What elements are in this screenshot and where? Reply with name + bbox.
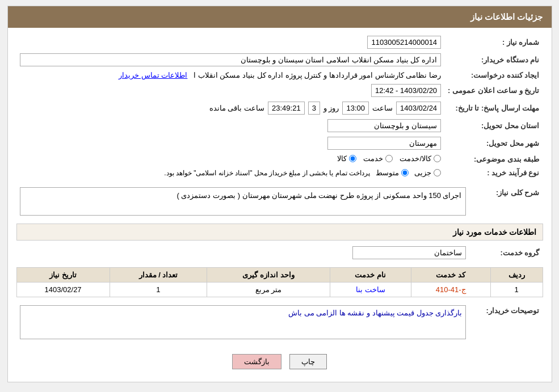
time-label: ساعت (372, 104, 393, 112)
response-deadline-value: 1403/02/24 ساعت 13:00 روز و 3 23:49:21 س… (16, 99, 445, 117)
announce-date-box: 1403/02/20 - 12:42 (371, 84, 441, 97)
creator-label: ایجاد کننده درخواست: (444, 69, 543, 82)
province-row: استان محل تحویل: سیستان و بلوچستان (16, 117, 543, 134)
table-header-row: ردیف کد خدمت نام خدمت واحد اندازه گیری ت… (16, 268, 543, 283)
notes-table: توصیحات خریدار: بارگذاری جدول قیمت پیشنه… (16, 303, 543, 342)
service-group-box: ساختمان (352, 246, 466, 259)
response-time-box: 13:00 (342, 102, 369, 115)
buyer-org-box: اداره کل بنیاد مسکن انقلاب اسلامی استان … (20, 53, 442, 66)
table-body: 1 ج-41-410 ساخت بنا متر مربع 1 1403/02/2… (16, 283, 543, 297)
days-label: روز و (323, 104, 339, 112)
page-header: جزئیات اطلاعات نیاز (8, 6, 552, 28)
city-value: مهرستان (16, 134, 445, 152)
creator-value: رضا نظامی کارشناس امور قراردادها و کنترل… (16, 69, 445, 82)
notes-box: بارگذاری جدول قیمت پیشنهاد و نقشه ها الز… (20, 305, 466, 339)
button-row: چاپ بازگشت (16, 347, 543, 376)
creator-contact-link[interactable]: اطلاعات تماس خریدار (119, 71, 187, 79)
cell-service-name[interactable]: ساخت بنا (330, 283, 411, 297)
city-box: مهرستان (327, 137, 441, 150)
description-label: شرح کلی نیاز: (469, 185, 543, 218)
buyer-org-value: اداره کل بنیاد مسکن انقلاب اسلامی استان … (16, 51, 445, 69)
cell-row-num: 1 (490, 283, 543, 297)
col-quantity: تعداد / مقدار (110, 268, 207, 283)
remaining-label: ساعت باقی مانده (209, 104, 264, 112)
cell-quantity: 1 (110, 283, 207, 297)
description-box: اجرای 150 واحد مسکونی از پروژه طرح نهضت … (20, 187, 466, 216)
services-data-table: ردیف کد خدمت نام خدمت واحد اندازه گیری ت… (16, 267, 543, 297)
notes-label: توصیحات خریدار: (469, 303, 543, 342)
print-button[interactable]: چاپ (289, 354, 327, 369)
city-label: شهر محل تحویل: (444, 134, 543, 152)
category-kala-khidmat-radio[interactable] (434, 155, 441, 162)
response-date-box: 1403/02/24 (396, 102, 441, 115)
remaining-box: 23:49:21 (268, 102, 305, 115)
col-row-num: ردیف (490, 268, 543, 283)
announce-date-label: تاریخ و ساعت اعلان عمومی : (444, 82, 543, 99)
back-button[interactable]: بازگشت (232, 354, 281, 369)
description-row: شرح کلی نیاز: اجرای 150 واحد مسکونی از پ… (16, 185, 543, 218)
city-row: شهر محل تحویل: مهرستان (16, 134, 543, 152)
col-unit: واحد اندازه گیری (207, 268, 330, 283)
table-header: ردیف کد خدمت نام خدمت واحد اندازه گیری ت… (16, 268, 543, 283)
services-section-header: اطلاعات خدمات مورد نیاز (16, 224, 543, 241)
purchase-note: پرداخت تمام یا بخشی از مبلغ خریداز محل "… (164, 169, 370, 177)
category-label: طبقه بندی موضوعی: (444, 152, 543, 166)
col-service-code: کد خدمت (411, 268, 490, 283)
days-box: 3 (308, 102, 320, 115)
purchase-type-value: جزیی متوسط پرداخت تمام یا بخشی از مبلغ خ… (16, 166, 445, 179)
purchase-jozi-label: جزیی (414, 168, 431, 177)
need-number-value: 1103005214000014 (65, 33, 444, 51)
purchase-motavaset[interactable]: متوسط (376, 168, 409, 177)
province-label: استان محل تحویل: (444, 117, 543, 134)
cell-service-code: ج-41-410 (411, 283, 490, 297)
notes-row: توصیحات خریدار: بارگذاری جدول قیمت پیشنه… (16, 303, 543, 342)
cell-unit: متر مربع (207, 283, 330, 297)
category-row: طبقه بندی موضوعی: کالا/خدمت خدمت (16, 152, 543, 166)
content-area: شماره نیاز : 1103005214000014 نام دستگاه… (8, 28, 552, 382)
announce-date-value: 1403/02/20 - 12:42 (16, 82, 445, 99)
creator-text: رضا نظامی کارشناس امور قراردادها و کنترل… (194, 71, 441, 79)
cell-need-date: 1403/02/27 (16, 283, 110, 297)
col-need-date: تاریخ نیاز (16, 268, 110, 283)
description-text: اجرای 150 واحد مسکونی از پروژه طرح نهضت … (177, 191, 462, 200)
response-deadline-label: مهلت ارسال پاسخ: تا تاریخ: (444, 99, 543, 117)
category-khidmat[interactable]: خدمت (363, 154, 393, 163)
category-kala-label: کالا (337, 154, 347, 163)
service-group-value: ساختمان (16, 244, 469, 262)
need-number-box: 1103005214000014 (367, 36, 441, 49)
table-row: 1 ج-41-410 ساخت بنا متر مربع 1 1403/02/2… (16, 283, 543, 297)
purchase-jozi-radio[interactable] (434, 169, 441, 176)
need-number-label: شماره نیاز : (444, 33, 543, 51)
response-deadline-row: مهلت ارسال پاسخ: تا تاریخ: 1403/02/24 سا… (16, 99, 543, 117)
purchase-motavaset-radio[interactable] (401, 169, 409, 176)
purchase-type-group: جزیی متوسط پرداخت تمام یا بخشی از مبلغ خ… (20, 168, 442, 177)
service-group-row: گروه خدمت: ساختمان (16, 244, 543, 262)
description-value-cell: اجرای 150 واحد مسکونی از پروژه طرح نهضت … (16, 185, 469, 218)
page-title: جزئیات اطلاعات نیاز (470, 12, 543, 22)
buyer-org-row: نام دستگاه خریدار: اداره کل بنیاد مسکن ا… (16, 51, 543, 69)
description-table: شرح کلی نیاز: اجرای 150 واحد مسکونی از پ… (16, 185, 543, 218)
category-options: کالا/خدمت خدمت کالا (16, 152, 445, 166)
purchase-jozi[interactable]: جزیی (414, 168, 441, 177)
province-value: سیستان و بلوچستان (16, 117, 445, 134)
info-table: شماره نیاز : 1103005214000014 نام دستگاه… (16, 33, 543, 179)
notes-value-cell: بارگذاری جدول قیمت پیشنهاد و نقشه ها الز… (16, 303, 469, 342)
purchase-motavaset-label: متوسط (376, 168, 399, 177)
category-kala-radio[interactable] (349, 155, 356, 162)
creator-row: ایجاد کننده درخواست: رضا نظامی کارشناس ا… (16, 69, 543, 82)
need-number-row: شماره نیاز : 1103005214000014 (16, 33, 543, 51)
service-group-table: گروه خدمت: ساختمان (16, 244, 543, 262)
category-kala-khidmat-label: کالا/خدمت (400, 154, 431, 163)
category-khidmat-radio[interactable] (385, 155, 393, 162)
page-container: جزئیات اطلاعات نیاز شماره نیاز : 1103005… (7, 6, 552, 382)
purchase-type-label: نوع فرآیند خرید : (444, 166, 543, 179)
province-box: سیستان و بلوچستان (327, 119, 441, 132)
announce-date-row: تاریخ و ساعت اعلان عمومی : 1403/02/20 - … (16, 82, 543, 99)
category-radio-group: کالا/خدمت خدمت کالا (337, 154, 441, 163)
category-kala[interactable]: کالا (337, 154, 356, 163)
purchase-type-row: نوع فرآیند خرید : جزیی متوسط پرداخت تمام… (16, 166, 543, 179)
service-group-label: گروه خدمت: (469, 244, 543, 262)
category-khidmat-label: خدمت (363, 154, 383, 163)
category-kala-khidmat[interactable]: کالا/خدمت (400, 154, 441, 163)
time-row: 1403/02/24 ساعت 13:00 روز و 3 23:49:21 س… (20, 102, 442, 115)
